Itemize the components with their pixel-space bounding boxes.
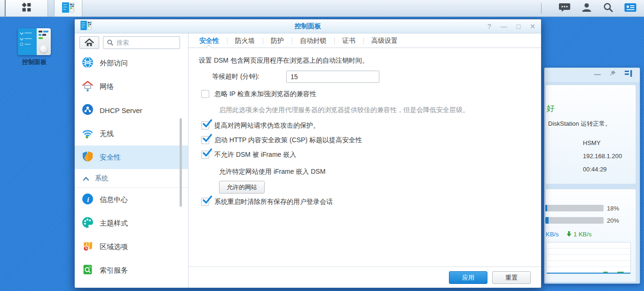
- home-icon: [85, 38, 94, 47]
- sidebar-item-security[interactable]: 安全性: [75, 146, 188, 169]
- control-panel-icon: [18, 28, 51, 55]
- widget-minimize-button[interactable]: —: [594, 71, 601, 78]
- svg-text:i: i: [87, 195, 89, 203]
- sidebar-item-label: 区域选项: [100, 242, 128, 251]
- sidebar-item-label: 主题样式: [100, 219, 128, 228]
- widget-panel-icon: [624, 3, 636, 14]
- partial-green-icon: [82, 287, 94, 288]
- sidebar-item-label: DHCP Server: [100, 106, 142, 114]
- window-titlebar[interactable]: 控制面板 ? — □ ✕: [75, 19, 541, 33]
- sidebar-item-theme[interactable]: 主题样式: [75, 211, 188, 235]
- clear-sessions-checkbox[interactable]: [201, 198, 209, 206]
- dhcp-icon: [82, 104, 94, 117]
- home-button[interactable]: [79, 36, 99, 49]
- control-panel-window: 控制面板 ? — □ ✕: [74, 19, 542, 288]
- section-intro: 设置 DSM 包含网页应用程序在浏览器上的自动注销时间。: [199, 57, 530, 65]
- checkbox-label: 提高对跨网站请求伪造攻击的保护。: [214, 121, 320, 130]
- shield-icon: [82, 151, 94, 164]
- search-button[interactable]: [603, 2, 614, 15]
- close-button[interactable]: ✕: [530, 23, 535, 30]
- tray-divider: [541, 3, 542, 14]
- checkbox-row-clear-sessions: 系统重启时清除所有保存的用户登录会话: [201, 197, 530, 206]
- sidebar-scrollbar[interactable]: [180, 118, 182, 207]
- sidebar-item-external-access[interactable]: 外部访问: [75, 51, 188, 75]
- apply-button[interactable]: 应用: [449, 271, 487, 284]
- sidebar-item-label: 无线: [100, 129, 114, 138]
- checkbox-row-csrf: 提高对跨网站请求伪造攻击的保护。: [201, 121, 530, 130]
- sidebar-item-label: 安全性: [100, 153, 121, 162]
- ignore-ip-checkbox[interactable]: [201, 90, 209, 98]
- csp-checkbox[interactable]: [201, 136, 209, 144]
- checkbox-label: 不允许 DSM 被 iFrame 嵌入: [214, 150, 296, 159]
- taskbar-control-panel-button[interactable]: [54, 0, 82, 16]
- allowed-sites-row: 允许的网站: [219, 181, 530, 194]
- checkbox-row-csp: 启动 HTTP 内容安全政策 (CSP) 标题以提高安全性: [201, 136, 530, 145]
- search-icon: [107, 39, 114, 46]
- reset-button[interactable]: 重置: [492, 271, 531, 284]
- widget-panel: — 好 DiskStation 运转正常。 HSMY 192.168.1.200…: [544, 67, 640, 284]
- sidebar-item-partial[interactable]: [75, 282, 188, 288]
- timeout-label: 等候超时 (分钟):: [212, 73, 286, 81]
- panel-layout-icon[interactable]: [625, 70, 632, 79]
- cpu-usage-bar: [545, 205, 604, 211]
- desktop-shortcut-control-panel[interactable]: 控制面板: [14, 28, 55, 66]
- checkbox-label: 忽略 IP 检查来加强浏览器的兼容性: [214, 89, 316, 98]
- network-speed-row: KB/s 1 KB/s: [546, 231, 591, 238]
- csrf-checkbox[interactable]: [201, 121, 209, 129]
- checkbox-row-iframe: 不允许 DSM 被 iFrame 嵌入: [201, 150, 530, 159]
- down-arrow-icon: [566, 231, 572, 237]
- notifications-button[interactable]: [558, 2, 571, 15]
- form-footer: 应用 重置: [188, 267, 541, 288]
- sidebar-item-dhcp-server[interactable]: DHCP Server: [75, 98, 188, 122]
- maximize-button[interactable]: □: [517, 23, 520, 30]
- info-icon: i: [82, 193, 94, 206]
- sidebar-item-network[interactable]: 网络: [75, 75, 188, 98]
- content-pane: 安全性 防火墙 防护 自动封锁 证书 高级设置 设置 DSM 包含网页应用程序在…: [188, 33, 541, 288]
- system-health-widget: 好 DiskStation 运转正常。 HSMY 192.168.1.200 0…: [545, 85, 636, 184]
- main-menu-button[interactable]: [6, 0, 48, 16]
- allowed-sites-button[interactable]: 允许的网站: [219, 181, 265, 194]
- chat-bubble-icon: [558, 2, 571, 15]
- tab-security[interactable]: 安全性: [191, 33, 227, 48]
- sidebar-item-info-center[interactable]: i 信息中心: [75, 188, 188, 211]
- sidebar-section-system[interactable]: 系统: [75, 169, 188, 188]
- timeout-row: 等候超时 (分钟):: [212, 71, 530, 83]
- checkbox-label: 系统重启时清除所有保存的用户登录会话: [214, 197, 333, 206]
- ram-percent: 20%: [607, 217, 619, 224]
- sidebar-item-label: 信息中心: [100, 195, 128, 204]
- sidebar-search-input[interactable]: [103, 36, 180, 49]
- tab-firewall[interactable]: 防火墙: [227, 33, 263, 48]
- tab-auto-block[interactable]: 自动封锁: [292, 33, 334, 48]
- region-map-clock-icon: [82, 240, 94, 253]
- cpu-percent: 18%: [607, 205, 619, 212]
- ram-usage-bar: [545, 217, 604, 224]
- iframe-checkbox[interactable]: [201, 151, 209, 159]
- app-grid-icon: [21, 2, 32, 15]
- minimize-button[interactable]: —: [501, 23, 507, 30]
- download-speed-wrap: 1 KB/s: [566, 231, 591, 238]
- widget-panel-toggle[interactable]: [624, 3, 636, 14]
- sidebar-item-wireless[interactable]: 无线: [75, 122, 188, 146]
- timeout-input[interactable]: [286, 71, 379, 83]
- pin-icon[interactable]: [609, 70, 616, 79]
- server-name-value: HSMY: [583, 139, 601, 146]
- magnifier-icon: [603, 2, 614, 15]
- sidebar-item-label: 网络: [100, 82, 114, 91]
- sidebar-item-regional-options[interactable]: 区域选项: [75, 235, 188, 259]
- network-chart: [546, 242, 631, 274]
- help-button[interactable]: ?: [487, 23, 491, 30]
- user-menu-button[interactable]: [581, 2, 592, 15]
- ignore-ip-note: 启用此选项来会为使用代理服务器的浏览器提供较佳的兼容性，但是会降低安全层级。: [219, 106, 530, 114]
- taskbar: [0, 0, 644, 17]
- ip-address-value: 192.168.1.200: [583, 153, 622, 160]
- person-icon: [581, 2, 592, 15]
- iframe-allow-label: 允许特定网站使用 iFrame 嵌入 DSM: [219, 168, 530, 176]
- sidebar: 外部访问 网络: [75, 33, 188, 288]
- tab-protection[interactable]: 防护: [263, 33, 292, 48]
- sidebar-item-indexing-service[interactable]: 索引服务: [75, 259, 188, 282]
- taskbar-edge: [0, 0, 6, 16]
- widget-panel-header: —: [544, 68, 640, 81]
- tab-certificate[interactable]: 证书: [334, 33, 363, 48]
- globe-icon: [82, 57, 94, 70]
- tab-advanced[interactable]: 高级设置: [363, 33, 406, 48]
